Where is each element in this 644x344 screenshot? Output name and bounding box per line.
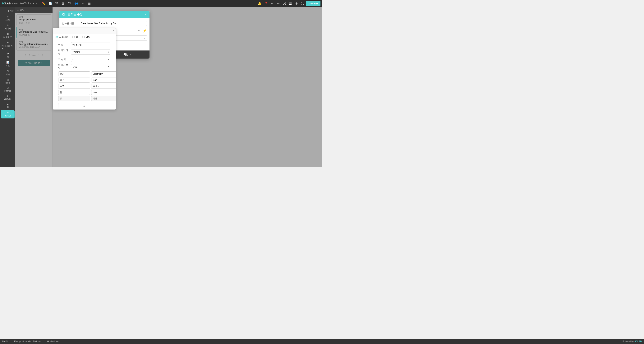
data-row-key-3[interactable] [58,90,90,95]
logo-sc: SCLAB [2,2,11,5]
youtube-icon: ▶ [7,95,8,97]
sidebar-item-pivot[interactable]: ⊞ 피봇 [1,69,14,77]
publish-button[interactable]: Publish [306,1,320,6]
data-row-val-3[interactable] [91,90,116,95]
radio-circle-tab [72,36,75,38]
data-row-0: 🗑 [58,71,110,76]
sidebar-item-map[interactable]: 🗺 맵 [1,52,14,60]
help-icon[interactable]: ❓ [263,1,268,6]
data-row-val-0[interactable] [91,71,116,76]
data-row-3: 🗑 [58,90,110,95]
lightning-icon[interactable]: ⚡ [142,29,147,33]
sidebar-label-map: 맵 [7,56,9,59]
bar-chart-icon: 📊 [6,61,9,64]
data-row-val-2[interactable] [91,84,116,89]
card-icon[interactable]: ▦ [87,1,92,6]
share-icon[interactable]: ⎇ [282,1,287,6]
list-icon[interactable]: ≡ [80,1,86,6]
radio-group: 드롭다운 탭 날짜 [53,34,116,40]
settings-icon[interactable]: ⚙ [294,1,299,6]
inner-dataselect-select-wrap: 수동 ▼ [71,64,110,69]
sidebar-label-chart: 차트 [6,64,10,67]
data-rows: 🗑 🗑 🗑 [58,71,110,101]
sidebar-item-youtube[interactable]: ▶ Youtube [1,93,14,101]
pivot-icon: ⊞ [7,70,8,72]
redo-icon[interactable]: ↪ [276,1,281,6]
bell-icon[interactable]: 🔔 [257,1,262,6]
radio-tab[interactable]: 탭 [72,35,78,39]
main-layout: ◀ 메뉴 ⚙ 세팅 ⧉ 페이지 ▦ 레이아웃 ⊞ 레이아웃 목록 🗺 맵 📊 차… [0,7,322,167]
name-label: 컴바인 이름 [62,22,78,25]
data-row-key-0[interactable] [58,71,90,76]
data-row-key-4[interactable] [58,96,90,101]
add-row-button[interactable]: + [58,103,110,109]
undo-icon[interactable]: ↩ [269,1,275,6]
data-row-key-2[interactable] [58,84,90,89]
radio-label-date: 날짜 [86,35,90,39]
sidebar-item-page[interactable]: ⧉ 페이지 [1,23,14,31]
sidebar-item-combine[interactable]: ⊕ 컴바인 [1,110,14,118]
data-row-key-1[interactable] [58,78,90,83]
form-row-name: 컴바인 이름 [62,21,147,26]
list-grid-icon: ⊞ [7,41,8,44]
radio-label-tab: 탭 [76,35,78,39]
sidebar-item-layout[interactable]: ▦ 레이아웃 [1,32,14,40]
inner-datatype-select[interactable]: Params [71,50,110,55]
db-icon[interactable]: 🗄 [60,1,66,6]
sidebar-label-pivot: 피봇 [6,73,10,76]
table-icon: ▤ [7,79,8,81]
sidebar-toggle[interactable]: ◀ 메뉴 [0,9,15,13]
users-icon[interactable]: 👥 [74,1,79,6]
expand-icon[interactable]: ⛶ [300,1,305,6]
sidebar-label-form: 폼 [7,106,9,109]
iframe-icon: ⊡ [7,87,8,89]
map-nav-icon: 🗺 [7,53,9,55]
edit-icon[interactable]: ✏️ [41,1,46,6]
map-icon[interactable]: 🗺 [54,1,60,6]
radio-dropdown[interactable]: 드롭다운 [56,35,68,39]
topbar: SCLAB Studio test0517.sclab.io ✏️ 📄 🗺 🗄 … [0,0,322,7]
inner-key-select-wrap: t ▼ [71,57,110,62]
shield-icon[interactable]: 🛡 [67,1,72,6]
modal-main-header: 컴바인 기능 수정 × [60,11,150,18]
inner-key-label: 키 선택 [58,58,70,61]
inner-datatype-select-wrap: Params ▼ [71,50,110,55]
data-row-val-4[interactable] [91,96,116,101]
modal-inner-close[interactable]: × [112,29,114,33]
sidebar-item-form[interactable]: ☰ 폼 [1,102,14,110]
file-icon[interactable]: 📄 [48,1,53,6]
content-area: ≡ 메뉴 [API] usage per month 월별 사용량 [API] … [15,7,322,167]
inner-dataselect-select[interactable]: 수동 [71,64,110,69]
sidebar-item-iframe[interactable]: ⊡ i-frame [1,85,14,93]
inner-key-select[interactable]: t [71,57,110,62]
modal-inner: × 드롭다운 탭 날짜 이름 [53,28,116,110]
sidebar-item-chart[interactable]: 📊 차트 [1,60,14,68]
sidebar-item-table[interactable]: ▤ Table [1,77,14,85]
inner-row-key: 키 선택 t ▼ [58,57,110,62]
data-row-2: 🗑 [58,84,110,89]
sidebar-label-table: Table [5,82,10,84]
sidebar-item-layout-list[interactable]: ⊞ 레이아웃 목록 [1,40,14,51]
sidebar-label-iframe: i-frame [4,90,11,92]
inner-name-input[interactable] [71,42,110,47]
sidebar-label-layout: 레이아웃 [4,36,12,39]
combine-icon: ⊕ [7,111,8,114]
name-input[interactable] [79,21,147,26]
save-icon[interactable]: 💾 [288,1,293,6]
inner-name-label: 이름 [58,43,70,47]
radio-date[interactable]: 날짜 [82,35,90,39]
sidebar-label-page: 페이지 [4,27,11,30]
data-row-val-1[interactable] [91,78,116,83]
data-row-1: 🗑 [58,78,110,83]
modal-main-close[interactable]: × [145,13,147,16]
sidebar-item-settings[interactable]: ⚙ 세팅 [1,14,14,23]
sidebar-label-combine: 컴바인 [4,114,11,117]
inner-row-dataselect: 데이터 선택 수동 ▼ [58,63,110,70]
inner-row-datatype: 데이터 타입 Params ▼ [58,49,110,55]
inner-form: 이름 데이터 타입 Params ▼ 키 선택 [56,40,113,109]
sidebar-label-youtube: Youtube [4,98,12,100]
topbar-right: 🔔 ❓ ↩ ↪ ⎇ 💾 ⚙ ⛶ Publish [257,1,320,6]
inner-datatype-label: 데이터 타입 [58,49,70,55]
layers-icon: ⧉ [7,24,8,27]
gear-icon: ⚙ [7,15,8,18]
